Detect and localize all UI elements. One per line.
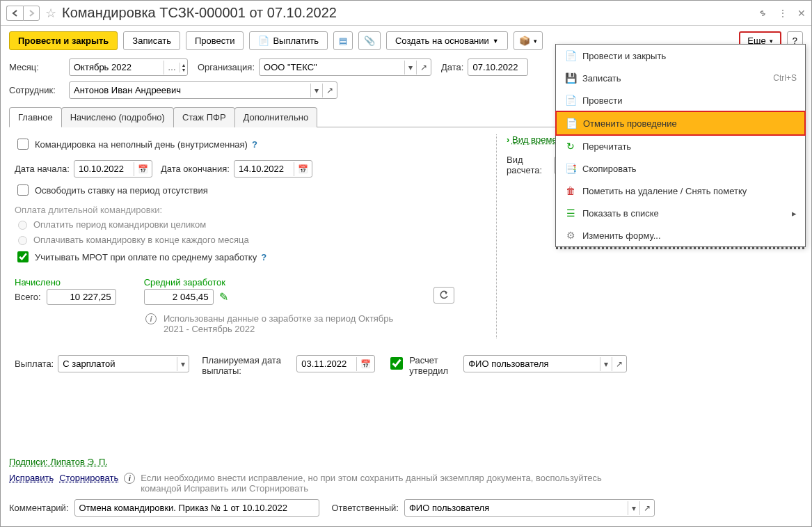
emp-open[interactable]: ↗: [322, 84, 337, 97]
total-label: Всего:: [15, 292, 41, 302]
tab-main[interactable]: Главное: [9, 107, 62, 127]
date-label: Дата:: [441, 62, 463, 72]
menu-post-close-label: Провести и закрыть: [582, 51, 666, 61]
tab-pfr[interactable]: Стаж ПФР: [173, 107, 235, 127]
nav-back-button[interactable]: [6, 6, 23, 21]
doc-icon-button[interactable]: ▤: [333, 31, 353, 50]
info-icon: i: [124, 473, 135, 484]
help-icon[interactable]: ?: [261, 252, 266, 262]
menu-save-kbd: Ctrl+S: [773, 73, 797, 83]
payout-input[interactable]: [58, 356, 177, 372]
menu-change-form[interactable]: ⚙ Изменить форму...: [556, 224, 805, 246]
approved-by-input[interactable]: [464, 356, 600, 372]
box-plus-icon: 📦: [519, 36, 530, 46]
menu-post-close[interactable]: 📄 Провести и закрыть: [556, 45, 805, 67]
org-open[interactable]: ↗: [416, 61, 431, 74]
menu-save-label: Записать: [582, 73, 621, 84]
pay-whole-radio: [18, 221, 27, 230]
attach-button[interactable]: 📎: [358, 31, 381, 50]
resp-open[interactable]: ↗: [639, 501, 654, 515]
submenu-arrow-icon: ▸: [792, 208, 797, 219]
emp-input[interactable]: [70, 82, 310, 98]
month-pick-button[interactable]: …: [164, 61, 180, 74]
resp-label: Ответственный:: [332, 503, 399, 513]
pencil-icon[interactable]: ✎: [219, 290, 228, 304]
emp-dropdown[interactable]: ▾: [310, 84, 322, 97]
end-date-picker[interactable]: 📅: [294, 162, 312, 176]
menu-save[interactable]: 💾 Записать Ctrl+S: [556, 67, 805, 89]
cancel-post-icon: 📄: [565, 117, 578, 129]
tab-extra[interactable]: Дополнительно: [234, 107, 318, 127]
avg-input[interactable]: [144, 289, 214, 305]
create-based-label: Создать на основании: [395, 36, 489, 46]
end-date-input[interactable]: [234, 161, 294, 177]
mrot-label: Учитывать МРОТ при оплате по среднему за…: [35, 252, 257, 262]
month-label: Месяц:: [9, 62, 65, 72]
post-button[interactable]: Провести: [186, 31, 244, 50]
comment-input[interactable]: [75, 500, 319, 516]
signatures-link[interactable]: Подписи: Липатов Э. П.: [9, 457, 108, 467]
info-text: Использованы данные о заработке за перио…: [164, 313, 414, 334]
partial-day-checkbox[interactable]: [17, 139, 29, 150]
kebab-icon[interactable]: ⋮: [778, 8, 788, 19]
menu-reread[interactable]: ↻ Перечитать: [556, 135, 805, 157]
post-and-close-button[interactable]: Провести и закрыть: [9, 31, 118, 50]
resp-input[interactable]: [405, 500, 628, 516]
month-input[interactable]: [70, 59, 164, 75]
menu-copy[interactable]: 📑 Скопировать: [556, 157, 805, 180]
avg-title: Средний заработок: [144, 277, 228, 289]
start-date-input[interactable]: [74, 161, 134, 177]
menu-cancel-post[interactable]: 📄 Отменить проведение: [555, 111, 806, 136]
copy-icon: 📑: [564, 162, 577, 175]
pay-monthly-radio: [18, 236, 27, 245]
create-based-button[interactable]: Создать на основании ▼: [386, 31, 508, 50]
nav-forward-button[interactable]: [23, 6, 40, 21]
menu-show-list[interactable]: ☰ Показать в списке ▸: [556, 202, 805, 224]
help-icon[interactable]: ?: [252, 139, 257, 150]
accrued-title: Начислено: [15, 277, 116, 289]
save-button[interactable]: Записать: [123, 31, 180, 50]
chevron-down-icon: ▼: [493, 38, 499, 45]
org-input[interactable]: [260, 59, 404, 75]
favorite-star-icon[interactable]: ☆: [45, 6, 56, 21]
free-rate-checkbox[interactable]: [17, 184, 29, 196]
date-input[interactable]: [468, 59, 527, 75]
payout-dropdown[interactable]: ▾: [177, 357, 189, 371]
link-icon[interactable]: [757, 8, 768, 19]
doc-icon: ▤: [339, 36, 347, 46]
approved-checkbox[interactable]: [390, 357, 403, 370]
post-icon: 📄: [564, 94, 577, 107]
reread-icon: ↻: [564, 140, 577, 152]
menu-mark-delete-label: Пометить на удаление / Снять пометку: [582, 186, 747, 196]
month-down[interactable]: ▾: [180, 68, 187, 72]
refresh-button[interactable]: [433, 287, 454, 304]
calc-type-label: Вид расчета:: [507, 155, 550, 175]
end-date-label: Дата окончания:: [161, 164, 230, 174]
approved-open[interactable]: ↗: [612, 357, 626, 371]
fix-link[interactable]: Исправить: [9, 473, 54, 483]
comment-label: Комментарий:: [9, 503, 69, 513]
emp-label: Сотрудник:: [9, 85, 65, 95]
refresh-icon: [439, 290, 449, 300]
list-icon: ☰: [564, 207, 577, 219]
menu-post[interactable]: 📄 Провести: [556, 89, 805, 111]
org-label: Организация:: [198, 62, 255, 72]
resp-dropdown[interactable]: ▾: [628, 501, 639, 515]
total-input[interactable]: [47, 289, 116, 305]
start-date-picker[interactable]: 📅: [134, 162, 152, 176]
menu-mark-delete[interactable]: 🗑 Пометить на удаление / Снять пометку: [556, 180, 805, 202]
pay-button[interactable]: 📄 Выплатить: [249, 31, 328, 50]
mrot-checkbox[interactable]: [17, 251, 29, 262]
tab-accrued[interactable]: Начислено (подробно): [61, 107, 174, 127]
planned-date-picker[interactable]: 📅: [356, 357, 374, 371]
close-icon[interactable]: ✕: [797, 8, 806, 19]
pay-icon: 📄: [258, 36, 269, 46]
org-dropdown[interactable]: ▾: [404, 61, 416, 74]
planned-date-input[interactable]: [297, 356, 356, 372]
storno-link[interactable]: Сторнировать: [59, 473, 118, 483]
approved-dropdown[interactable]: ▾: [600, 357, 612, 371]
chevron-down-icon: ▾: [534, 38, 537, 45]
menu-post-label: Провести: [582, 95, 623, 106]
expand-arrow-icon[interactable]: ›: [507, 134, 509, 145]
extra-dropdown-button[interactable]: 📦 ▾: [514, 31, 543, 50]
